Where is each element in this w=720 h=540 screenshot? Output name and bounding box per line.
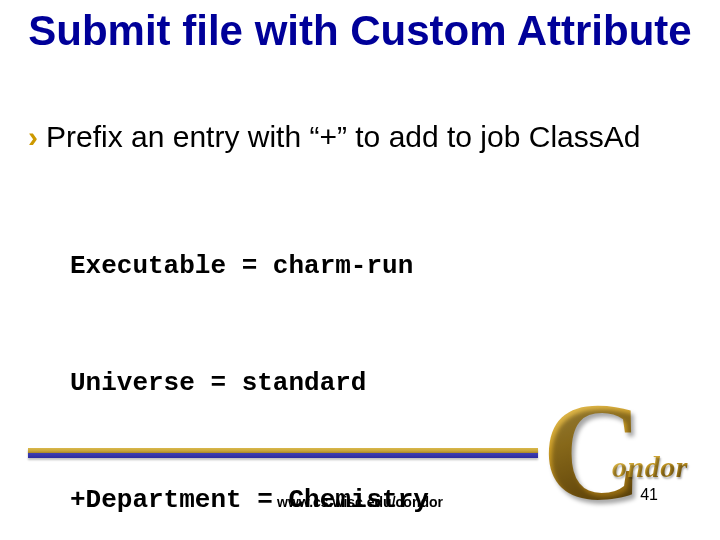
slide-body: › Prefix an entry with “+” to add to job… [28, 120, 680, 540]
slide-title: Submit file with Custom Attribute [0, 8, 720, 54]
bullet-item: › Prefix an entry with “+” to add to job… [28, 120, 680, 155]
bullet-text: Prefix an entry with “+” to add to job C… [46, 120, 640, 155]
divider-bar [28, 448, 538, 458]
code-line: Universe = standard [70, 364, 680, 403]
bullet-glyph-icon: › [28, 122, 38, 152]
code-block: Executable = charm-run Universe = standa… [70, 169, 680, 541]
footer-url: www.cs.wisc.edu/condor [0, 494, 720, 510]
slide: Submit file with Custom Attribute › Pref… [0, 0, 720, 540]
code-line: Executable = charm-run [70, 247, 680, 286]
page-number: 41 [640, 486, 658, 504]
